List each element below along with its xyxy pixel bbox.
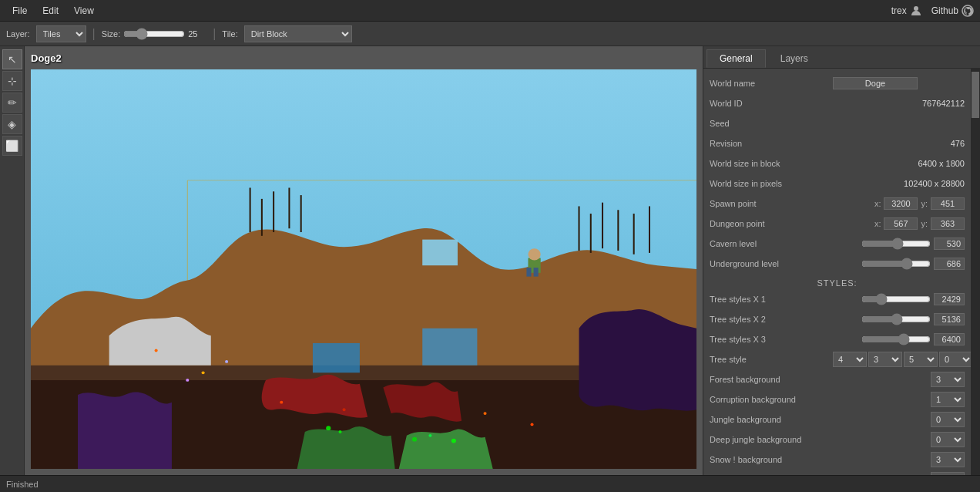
tree-styles-x2-row: Tree styles X 2 5136 — [710, 311, 965, 328]
seed-label: Seed — [710, 119, 833, 128]
world-size-pixels-row: World size in pixels 102400 x 28800 — [710, 175, 965, 192]
select-tool[interactable]: ⊹ — [2, 71, 22, 91]
size-value: 25 — [188, 29, 206, 39]
cavern-level-slider[interactable] — [861, 238, 931, 249]
github-label[interactable]: Github — [931, 5, 974, 17]
panel-content[interactable]: World name Doge World ID 767642112 Seed … — [703, 69, 971, 475]
tree-styles-x1-row: Tree styles X 1 2429 — [710, 291, 965, 308]
tree-styles-x3-slider[interactable] — [861, 334, 931, 345]
tree-styles-x1-slider[interactable] — [861, 294, 931, 305]
seed-row: Seed — [710, 115, 965, 132]
underground-level-row: Underground level 686 — [710, 255, 965, 272]
jungle-background-select[interactable]: 012 — [931, 412, 965, 427]
tree-style-label: Tree style — [710, 355, 833, 364]
scroll-thumb[interactable] — [972, 72, 979, 118]
svg-point-32 — [225, 360, 228, 363]
world-size-block-value: 6400 x 1800 — [833, 159, 965, 168]
spawn-y-value[interactable]: 451 — [931, 197, 965, 210]
snow-bg-group: 3012 — [833, 452, 965, 467]
world-name-value[interactable]: Doge — [833, 77, 918, 89]
jungle-background-label: Jungle background — [710, 415, 833, 424]
forest-bg-group: 3012 — [833, 372, 965, 387]
svg-rect-19 — [534, 268, 539, 277]
world-size-block-label: World size in block — [710, 159, 833, 168]
user-name: trex — [891, 5, 907, 16]
tree-styles-x2-slider[interactable] — [861, 314, 931, 325]
world-size-pixels-label: World size in pixels — [710, 179, 833, 188]
svg-rect-3 — [313, 343, 360, 372]
jungle-bg-group: 012 — [833, 412, 965, 427]
svg-point-29 — [343, 408, 346, 411]
tile-select[interactable]: Dirt Block Stone Block Grass Sand — [244, 25, 352, 42]
underground-level-slider[interactable] — [861, 258, 931, 269]
fill-tool[interactable]: ◈ — [2, 114, 22, 134]
tree-styles-x1-value: 2429 — [934, 293, 965, 305]
pointer-tool[interactable]: ↖ — [2, 49, 22, 69]
spawn-x-label: x: — [874, 199, 881, 208]
tree-style-d2[interactable]: 3012 — [868, 352, 902, 367]
cavern-slider-group: 530 — [833, 238, 965, 250]
underground-level-value: 686 — [934, 258, 965, 270]
world-canvas[interactable] — [31, 69, 696, 469]
terrain-svg — [31, 69, 696, 469]
dungeon-x-value[interactable]: 567 — [884, 217, 918, 230]
menu-file[interactable]: File — [6, 4, 33, 18]
snow-background-row: Snow ! background 3012 — [710, 451, 965, 468]
tree-styles-x3-value: 6400 — [934, 333, 965, 345]
size-slider[interactable] — [123, 28, 185, 40]
tree-styles-x2-value: 5136 — [934, 313, 965, 325]
scrollbar[interactable] — [971, 69, 980, 475]
spawn-y-label: y: — [921, 199, 928, 208]
svg-point-0 — [914, 6, 918, 11]
cavern-level-row: Cavern level 530 — [710, 235, 965, 252]
spawn-x-value[interactable]: 3200 — [884, 197, 918, 210]
toolbar-sep-1: | — [92, 27, 96, 41]
cavern-level-value: 530 — [934, 238, 965, 250]
tab-general[interactable]: General — [706, 49, 766, 68]
status-bar: Finished — [0, 475, 980, 492]
tree-x2-slider-group: 5136 — [833, 313, 965, 325]
spawn-point-label: Spawn point — [710, 199, 833, 208]
svg-rect-4 — [422, 329, 477, 366]
deep-jungle-background-select[interactable]: 012 — [931, 432, 965, 447]
snow-background-label: Snow ! background — [710, 455, 833, 464]
svg-rect-20 — [422, 240, 458, 266]
corruption-background-select[interactable]: 102 — [931, 392, 965, 407]
layer-select[interactable]: Tiles Walls Liquids — [36, 25, 86, 42]
svg-point-30 — [484, 412, 487, 415]
deep-jungle-background-row: Deep jungle background 012 — [710, 431, 965, 448]
jungle-background-row: Jungle background 012 — [710, 411, 965, 428]
dungeon-y-value[interactable]: 363 — [931, 217, 965, 230]
user-label[interactable]: trex — [891, 5, 922, 17]
world-id-row: World ID 767642112 — [710, 95, 965, 112]
tree-style-d4[interactable]: 0123 — [939, 352, 971, 367]
user-icon — [910, 5, 922, 17]
tree-style-d3[interactable]: 501234 — [904, 352, 938, 367]
world-id-value: 767642112 — [833, 99, 965, 108]
user-area: trex Github — [891, 5, 974, 17]
size-label: Size: — [102, 29, 120, 39]
dungeon-point-row: Dungeon point x: 567 y: 363 — [710, 215, 965, 232]
forest-background-label: Forest background — [710, 375, 833, 384]
menu-edit[interactable]: Edit — [36, 4, 65, 18]
tab-layers[interactable]: Layers — [767, 49, 821, 68]
tree-x3-slider-group: 6400 — [833, 333, 965, 345]
corruption-background-label: Corruption background — [710, 395, 833, 404]
tree-style-d1[interactable]: 40123 — [833, 352, 867, 367]
menu-view[interactable]: View — [68, 4, 100, 18]
github-icon — [962, 5, 974, 17]
cavern-level-label: Cavern level — [710, 239, 833, 248]
eraser-tool[interactable]: ⬜ — [2, 136, 22, 156]
snow-background-select[interactable]: 3012 — [931, 452, 965, 467]
forest-background-select[interactable]: 3012 — [931, 372, 965, 387]
tree-x1-slider-group: 2429 — [833, 293, 965, 305]
deep-jungle-bg-group: 012 — [833, 432, 965, 447]
status-text: Finished — [6, 480, 39, 489]
revision-row: Revision 476 — [710, 135, 965, 152]
svg-point-28 — [280, 401, 283, 404]
dungeon-coords: x: 567 y: 363 — [833, 217, 965, 230]
spawn-point-row: Spawn point x: 3200 y: 451 — [710, 195, 965, 212]
pencil-tool[interactable]: ✏ — [2, 93, 22, 113]
deep-jungle-background-label: Deep jungle background — [710, 435, 833, 444]
revision-value: 476 — [833, 139, 965, 148]
